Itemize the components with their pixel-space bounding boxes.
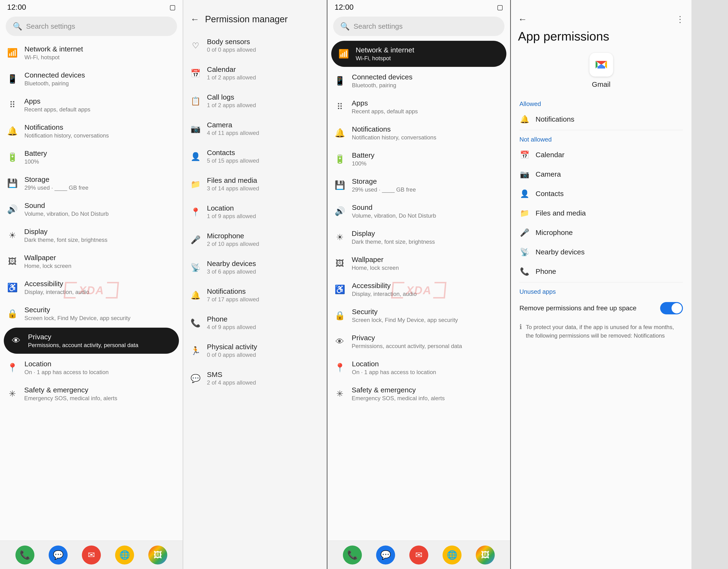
nav-messages-right[interactable]: 💬 xyxy=(376,546,395,564)
perm-title-6: Location xyxy=(207,204,256,212)
app-permissions-main: Allowed 🔔 Notifications Not allowed 📅 Ca… xyxy=(511,96,691,569)
perm-item-microphone[interactable]: 🎤 Microphone 2 of 10 apps allowed xyxy=(183,226,327,254)
search-bar-right[interactable]: 🔍 Search settings xyxy=(333,17,504,36)
perm-item-call-logs[interactable]: 📋 Call logs 1 of 2 apps allowed xyxy=(183,87,327,115)
status-icon-left: ▢ xyxy=(169,3,176,11)
perm-item-sms[interactable]: 💬 SMS 2 of 4 apps allowed xyxy=(183,364,327,392)
perm-nearby-not-allowed[interactable]: 📡 Nearby devices xyxy=(516,242,687,262)
nearby-label: Nearby devices xyxy=(536,248,585,256)
notifications-label: Notifications xyxy=(536,115,574,123)
settings-icon-5: 💾 xyxy=(7,178,18,188)
settings-item-connected-devices[interactable]: 📱 Connected devices Bluetooth, pairing xyxy=(0,66,183,92)
settings-item-connected-devices[interactable]: 📱 Connected devices Bluetooth, pairing xyxy=(327,68,510,94)
settings-item-sound[interactable]: 🔊 Sound Volume, vibration, Do Not Distur… xyxy=(0,196,183,223)
settings-icon-3: 🔔 xyxy=(7,126,18,136)
divider-2 xyxy=(519,282,683,283)
settings-item-display[interactable]: ☀ Display Dark theme, font size, brightn… xyxy=(327,224,510,251)
nav-photos-right[interactable]: 🖼 xyxy=(476,546,495,564)
perm-icon-4: 👤 xyxy=(190,152,201,161)
perm-title-8: Nearby devices xyxy=(207,260,256,268)
toggle-remove-perms-switch[interactable] xyxy=(660,302,683,314)
settings-item-storage[interactable]: 💾 Storage 29% used · ____ GB free xyxy=(327,172,510,198)
settings-item-location[interactable]: 📍 Location On · 1 app has access to loca… xyxy=(0,355,183,381)
settings-item-privacy[interactable]: 👁 Privacy Permissions, account activity,… xyxy=(327,328,510,355)
settings-item-notifications[interactable]: 🔔 Notifications Notification history, co… xyxy=(327,120,510,146)
settings-sub-8: Home, lock screen xyxy=(24,263,71,269)
toggle-remove-perms-text: Remove permissions and free up space xyxy=(519,303,636,313)
settings-item-network-&-internet[interactable]: 📶 Network & internet Wi-Fi, hotspot xyxy=(331,41,506,67)
settings-item-storage[interactable]: 💾 Storage 29% used · ____ GB free xyxy=(0,170,183,196)
settings-item-display[interactable]: ☀ Display Dark theme, font size, brightn… xyxy=(0,223,183,249)
settings-sub-7: Dark theme, font size, brightness xyxy=(24,237,107,243)
settings-title-11: Privacy xyxy=(352,334,462,342)
nav-chrome-right[interactable]: 🌐 xyxy=(443,546,462,564)
settings-item-accessibility[interactable]: ♿ Accessibility Display, interaction, au… xyxy=(327,277,510,302)
settings-item-network-&-internet[interactable]: 📶 Network & internet Wi-Fi, hotspot xyxy=(0,40,183,66)
perm-item-nearby-devices[interactable]: 📡 Nearby devices 3 of 6 apps allowed xyxy=(183,254,327,281)
settings-item-security[interactable]: 🔒 Security Screen lock, Find My Device, … xyxy=(327,302,510,328)
perm-calendar-not-allowed[interactable]: 📅 Calendar xyxy=(516,145,687,165)
search-icon-left: 🔍 xyxy=(13,22,22,31)
settings-item-wallpaper[interactable]: 🖼 Wallpaper Home, lock screen xyxy=(0,249,183,275)
settings-sub-1: Bluetooth, pairing xyxy=(24,80,85,87)
settings-sub-13: Emergency SOS, medical info, alerts xyxy=(352,395,445,402)
back-button-app-perm[interactable]: ← xyxy=(518,14,527,24)
search-placeholder-right: Search settings xyxy=(354,22,403,30)
settings-item-safety-&-emergency[interactable]: ✳ Safety & emergency Emergency SOS, medi… xyxy=(0,381,183,407)
perm-item-body-sensors[interactable]: ♡ Body sensors 0 of 0 apps allowed xyxy=(183,32,327,59)
status-bar-right: 12:00 ▢ xyxy=(327,0,510,14)
perm-item-phone[interactable]: 📞 Phone 4 of 9 apps allowed xyxy=(183,309,327,337)
back-button-perm[interactable]: ← xyxy=(190,14,199,24)
settings-item-battery[interactable]: 🔋 Battery 100% xyxy=(0,144,183,170)
more-options-icon[interactable]: ⋮ xyxy=(676,14,684,24)
settings-title-0: Network & internet xyxy=(24,45,83,53)
settings-item-battery[interactable]: 🔋 Battery 100% xyxy=(327,146,510,172)
perm-contacts-not-allowed[interactable]: 👤 Contacts xyxy=(516,184,687,204)
settings-sub-2: Recent apps, default apps xyxy=(352,108,418,115)
settings-item-apps[interactable]: ⠿ Apps Recent apps, default apps xyxy=(327,94,510,120)
nav-gmail-right[interactable]: ✉ xyxy=(409,546,428,564)
settings-icon-12: 📍 xyxy=(7,363,18,373)
settings-item-location[interactable]: 📍 Location On · 1 app has access to loca… xyxy=(327,355,510,381)
perm-item-files-and-media[interactable]: 📁 Files and media 3 of 14 apps allowed xyxy=(183,170,327,198)
settings-sub-3: Notification history, conversations xyxy=(24,132,109,139)
right-phone: 12:00 ▢ 🔍 Search settings 📶 Network & in… xyxy=(327,0,510,569)
perm-notifications-allowed[interactable]: 🔔 Notifications xyxy=(516,110,687,129)
settings-icon-2: ⠿ xyxy=(335,102,345,112)
perm-item-camera[interactable]: 📷 Camera 4 of 11 apps allowed xyxy=(183,115,327,143)
perm-item-calendar[interactable]: 📅 Calendar 1 of 2 apps allowed xyxy=(183,59,327,87)
perm-phone-not-allowed[interactable]: 📞 Phone xyxy=(516,262,687,281)
nav-photos-left[interactable]: 🖼 xyxy=(148,546,167,564)
perm-sub-11: 0 of 0 apps allowed xyxy=(207,351,257,358)
settings-item-wallpaper[interactable]: 🖼 Wallpaper Home, lock screen xyxy=(327,251,510,277)
settings-title-3: Notifications xyxy=(24,123,109,131)
settings-item-accessibility[interactable]: ♿ Accessibility Display, interaction, au… xyxy=(0,275,183,300)
perm-camera-not-allowed[interactable]: 📷 Camera xyxy=(516,165,687,184)
nav-phone-right[interactable]: 📞 xyxy=(343,546,362,564)
perm-files-not-allowed[interactable]: 📁 Files and media xyxy=(516,204,687,223)
settings-sub-5: 29% used · ____ GB free xyxy=(24,185,89,191)
search-bar-left[interactable]: 🔍 Search settings xyxy=(6,17,177,36)
nav-gmail-left[interactable]: ✉ xyxy=(82,546,101,564)
perm-item-contacts[interactable]: 👤 Contacts 5 of 15 apps allowed xyxy=(183,143,327,170)
settings-item-sound[interactable]: 🔊 Sound Volume, vibration, Do Not Distur… xyxy=(327,198,510,224)
settings-item-notifications[interactable]: 🔔 Notifications Notification history, co… xyxy=(0,118,183,144)
perm-item-location[interactable]: 📍 Location 1 of 9 apps allowed xyxy=(183,198,327,226)
perm-item-physical-activity[interactable]: 🏃 Physical activity 0 of 0 apps allowed xyxy=(183,337,327,364)
nav-messages-left[interactable]: 💬 xyxy=(49,546,68,564)
perm-icon-8: 📡 xyxy=(190,263,201,272)
settings-item-security[interactable]: 🔒 Security Screen lock, Find My Device, … xyxy=(0,300,183,327)
unused-apps-label: Unused apps xyxy=(516,283,687,297)
settings-title-7: Display xyxy=(24,228,107,236)
settings-item-safety-&-emergency[interactable]: ✳ Safety & emergency Emergency SOS, medi… xyxy=(327,381,510,407)
perm-title-2: Call logs xyxy=(207,93,256,101)
settings-sub-9: Display, interaction, audio xyxy=(24,289,89,295)
perm-microphone-not-allowed[interactable]: 🎤 Microphone xyxy=(516,223,687,242)
perm-item-notifications[interactable]: 🔔 Notifications 7 of 17 apps allowed xyxy=(183,281,327,309)
perm-icon-12: 💬 xyxy=(190,374,201,383)
settings-item-apps[interactable]: ⠿ Apps Recent apps, default apps xyxy=(0,92,183,118)
nav-phone-left[interactable]: 📞 xyxy=(15,546,34,564)
settings-item-privacy[interactable]: 👁 Privacy Permissions, account activity,… xyxy=(4,328,179,354)
gmail-icon xyxy=(589,53,613,77)
nav-chrome-left[interactable]: 🌐 xyxy=(115,546,134,564)
